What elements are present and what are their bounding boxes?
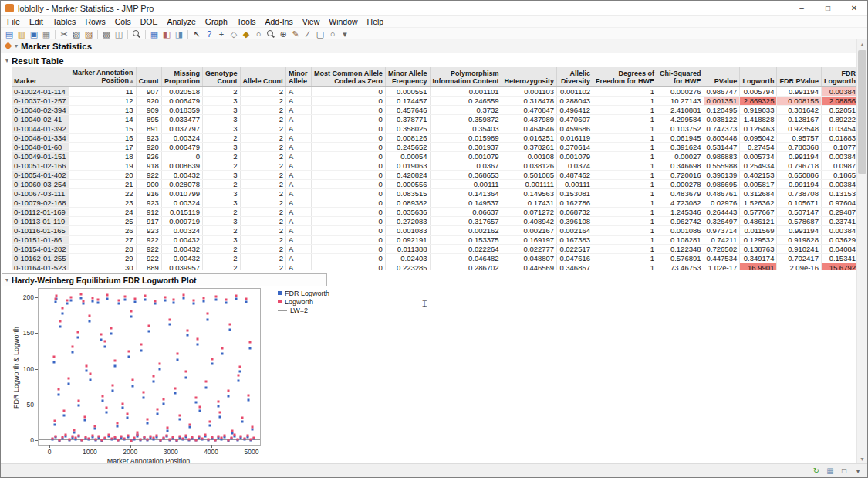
layout-icon[interactable]: ◫ [113,29,125,39]
table-cell[interactable]: 0-10037-01-257 [12,97,69,106]
table-cell[interactable]: 0.008639 [161,161,202,171]
table-cell[interactable]: 0.576891 [657,254,704,263]
table-cell[interactable]: 922 [136,245,161,254]
table-cell[interactable]: 17 [69,143,136,152]
legend-item[interactable]: Logworth [278,297,329,306]
table-cell[interactable]: 0.962742 [657,217,704,226]
table-cell[interactable]: 923 [136,134,161,143]
table-cell[interactable]: 0 [311,161,385,171]
table-cell[interactable]: 0.00432 [161,171,202,180]
table-cell[interactable]: 0.378261 [502,143,557,152]
table-cell[interactable]: 895 [136,115,161,124]
table-cell[interactable]: 0.378771 [385,115,430,124]
table-cell[interactable]: 0-10067-03-111 [12,189,69,198]
table-cell[interactable]: 2 [240,124,286,134]
table-cell[interactable]: 0.039957 [161,263,202,270]
table-cell[interactable]: 0.019063 [385,161,430,171]
table-cell[interactable]: 0.3732 [430,106,502,115]
table-cell[interactable]: 0.174457 [385,97,430,106]
table-cell[interactable]: 1 [593,180,657,189]
table-cell[interactable]: 0 [311,254,385,263]
table-cell[interactable]: 0.464646 [502,124,557,134]
table-cell[interactable]: 0 [311,97,385,106]
table-cell[interactable]: 0.001102 [557,87,593,97]
table-cell[interactable]: 0.00432 [161,254,202,263]
table-cell[interactable]: 0.301642 [777,106,822,115]
table-cell[interactable]: 2 [202,263,240,270]
table-cell[interactable]: 0.396139 [704,171,740,180]
table-cell[interactable]: 1 [593,134,657,143]
vertical-scrollbar[interactable]: ▲ ▼ [856,39,867,464]
table-cell[interactable]: 2 [202,226,240,236]
table-cell[interactable]: 0 [311,134,385,143]
table-cell[interactable]: 0.04084 [821,245,858,254]
table-cell[interactable]: 0-10060-03-254 [12,180,69,189]
table-cell[interactable]: 1 [593,208,657,217]
table-cell[interactable]: 0.022264 [430,245,502,254]
table-cell[interactable]: 0.105671 [777,198,822,208]
table-cell[interactable]: 0.483679 [657,189,704,198]
legend-item[interactable]: FDR Logworth [278,289,329,297]
table-cell[interactable]: 0.0374 [557,161,593,171]
table-cell[interactable]: 0.1865 [821,171,858,180]
table-cell[interactable]: 2 [240,217,286,226]
table-cell[interactable]: 0.17431 [502,198,557,208]
table-cell[interactable]: 0.402153 [740,171,777,180]
table-cell[interactable]: 3 [202,171,240,180]
table-cell[interactable]: 912 [136,208,161,217]
table-cell[interactable]: 0.103752 [657,124,704,134]
table-cell[interactable]: 0.149537 [430,198,502,208]
table-cell[interactable]: 0 [311,236,385,245]
table-cell[interactable]: 0 [311,143,385,152]
table-cell[interactable]: 2 [240,226,286,236]
table-cell[interactable]: 1 [593,115,657,124]
data-table-icon[interactable]: ▦ [148,29,160,39]
table-cell[interactable]: 0.312684 [740,189,777,198]
table-cell[interactable]: 2 [240,87,286,97]
table-cell[interactable]: A [286,161,312,171]
table-cell[interactable]: 0.00054 [385,152,430,161]
table-cell[interactable]: 0 [311,208,385,217]
table-cell[interactable]: 2 [202,245,240,254]
table-cell[interactable]: 0.00432 [161,245,202,254]
table-cell[interactable]: 16 [69,134,136,143]
table-cell[interactable]: 0.29487 [821,208,858,217]
table-cell[interactable]: 2.410881 [657,106,704,115]
table-cell[interactable]: 0.796718 [777,161,822,171]
table-cell[interactable]: 0-10048-01-60 [12,143,69,152]
table-cell[interactable]: 1 [593,217,657,226]
table-cell[interactable]: 0 [161,152,202,161]
table-cell[interactable]: 2.09e-16 [777,263,822,270]
table-cell[interactable]: 0.74211 [704,236,740,245]
table-cell[interactable]: 3 [202,97,240,106]
table-cell[interactable]: 0.00324 [161,134,202,143]
arrow-tool-icon[interactable]: ↖ [191,29,203,39]
table-cell[interactable]: 920 [136,97,161,106]
column-header-17[interactable]: FDR Logworth [821,67,858,87]
table-cell[interactable]: 73.46753 [657,263,704,270]
table-cell[interactable]: A [286,245,312,254]
table-cell[interactable]: 0.037797 [161,124,202,134]
table-cell[interactable]: 0 [311,124,385,134]
open-icon[interactable]: ▥ [15,29,28,39]
table-cell[interactable]: 0.358025 [385,124,430,134]
disclosure-diamond-icon[interactable] [5,42,12,50]
table-cell[interactable]: 0.015989 [430,134,502,143]
table-cell[interactable]: 2 [240,254,286,263]
table-cell[interactable]: 889 [136,263,161,270]
table-cell[interactable]: 0.986695 [704,180,740,189]
table-cell[interactable]: 0.00324 [161,198,202,208]
table-cell[interactable]: 3 [202,143,240,152]
column-header-9[interactable]: Polymorphism Information Content [430,67,502,87]
table-cell[interactable]: 2 [240,171,286,180]
table-cell[interactable]: 0.038122 [704,115,740,124]
table-cell[interactable]: A [286,134,312,143]
table-cell[interactable]: 0.578687 [777,217,822,226]
table-cell[interactable]: 0.092191 [385,236,430,245]
table-cell[interactable]: A [286,106,312,115]
table-cell[interactable]: 923 [136,226,161,236]
table-cell[interactable]: 0.991194 [777,152,822,161]
table-cell[interactable]: 0.15341 [821,254,858,263]
table-cell[interactable]: 0.071272 [502,208,557,217]
table-cell[interactable]: 0.03629 [821,236,858,245]
